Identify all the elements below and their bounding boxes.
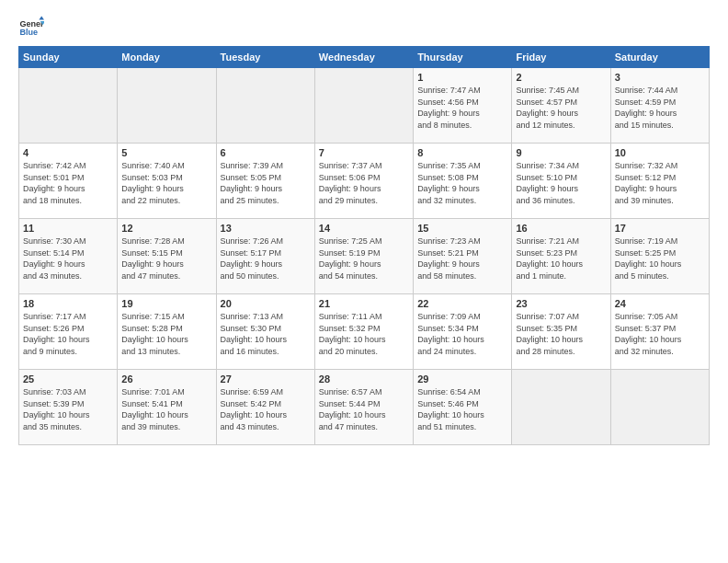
header-cell-friday: Friday — [512, 47, 610, 68]
day-cell: 28Sunrise: 6:57 AM Sunset: 5:44 PM Dayli… — [314, 370, 413, 445]
day-cell: 13Sunrise: 7:26 AM Sunset: 5:17 PM Dayli… — [216, 219, 314, 294]
header-cell-thursday: Thursday — [414, 47, 512, 68]
day-cell — [512, 370, 610, 445]
week-row-3: 11Sunrise: 7:30 AM Sunset: 5:14 PM Dayli… — [19, 219, 710, 294]
header-cell-monday: Monday — [118, 47, 216, 68]
day-info: Sunrise: 6:54 AM Sunset: 5:46 PM Dayligh… — [417, 386, 507, 432]
calendar-table: SundayMondayTuesdayWednesdayThursdayFrid… — [18, 46, 710, 445]
day-number: 19 — [121, 298, 211, 309]
day-number: 23 — [516, 298, 606, 309]
day-number: 11 — [23, 223, 113, 234]
day-number: 14 — [319, 223, 409, 234]
day-cell: 3Sunrise: 7:44 AM Sunset: 4:59 PM Daylig… — [610, 68, 709, 144]
day-cell: 2Sunrise: 7:45 AM Sunset: 4:57 PM Daylig… — [512, 68, 610, 144]
day-number: 6 — [221, 147, 311, 158]
day-info: Sunrise: 7:42 AM Sunset: 5:01 PM Dayligh… — [23, 160, 113, 206]
day-number: 8 — [417, 147, 507, 158]
day-info: Sunrise: 7:32 AM Sunset: 5:12 PM Dayligh… — [615, 160, 705, 206]
day-number: 24 — [615, 298, 705, 309]
day-cell: 14Sunrise: 7:25 AM Sunset: 5:19 PM Dayli… — [314, 219, 413, 294]
week-row-4: 18Sunrise: 7:17 AM Sunset: 5:26 PM Dayli… — [19, 294, 710, 370]
day-info: Sunrise: 7:34 AM Sunset: 5:10 PM Dayligh… — [516, 160, 606, 206]
day-cell: 9Sunrise: 7:34 AM Sunset: 5:10 PM Daylig… — [512, 144, 610, 219]
day-number: 29 — [417, 373, 507, 385]
header-cell-saturday: Saturday — [610, 47, 709, 68]
day-cell — [19, 68, 118, 144]
svg-text:Blue: Blue — [19, 28, 38, 37]
logo: General Blue — [18, 15, 48, 40]
calendar-header: SundayMondayTuesdayWednesdayThursdayFrid… — [19, 47, 710, 68]
day-number: 18 — [23, 298, 113, 309]
day-info: Sunrise: 7:09 AM Sunset: 5:34 PM Dayligh… — [417, 311, 507, 357]
day-cell: 16Sunrise: 7:21 AM Sunset: 5:23 PM Dayli… — [512, 219, 610, 294]
day-number: 17 — [615, 223, 705, 234]
day-info: Sunrise: 7:40 AM Sunset: 5:03 PM Dayligh… — [121, 160, 211, 206]
logo-icon: General Blue — [18, 15, 44, 40]
day-cell: 7Sunrise: 7:37 AM Sunset: 5:06 PM Daylig… — [314, 144, 413, 219]
day-number: 5 — [121, 147, 211, 158]
day-info: Sunrise: 7:47 AM Sunset: 4:56 PM Dayligh… — [417, 85, 507, 131]
day-cell: 12Sunrise: 7:28 AM Sunset: 5:15 PM Dayli… — [118, 219, 216, 294]
day-info: Sunrise: 7:44 AM Sunset: 4:59 PM Dayligh… — [615, 85, 705, 131]
day-cell: 27Sunrise: 6:59 AM Sunset: 5:42 PM Dayli… — [216, 370, 314, 445]
day-info: Sunrise: 7:15 AM Sunset: 5:28 PM Dayligh… — [121, 311, 211, 357]
page: General Blue SundayMondayTuesdayWednesda… — [0, 0, 728, 454]
day-cell: 11Sunrise: 7:30 AM Sunset: 5:14 PM Dayli… — [19, 219, 118, 294]
day-info: Sunrise: 7:23 AM Sunset: 5:21 PM Dayligh… — [417, 236, 507, 282]
calendar-body: 1Sunrise: 7:47 AM Sunset: 4:56 PM Daylig… — [19, 68, 710, 445]
day-number: 13 — [221, 223, 311, 234]
day-cell — [216, 68, 314, 144]
day-info: Sunrise: 7:30 AM Sunset: 5:14 PM Dayligh… — [23, 236, 113, 282]
day-info: Sunrise: 7:19 AM Sunset: 5:25 PM Dayligh… — [615, 236, 705, 282]
day-info: Sunrise: 7:07 AM Sunset: 5:35 PM Dayligh… — [516, 311, 606, 357]
day-info: Sunrise: 7:39 AM Sunset: 5:05 PM Dayligh… — [221, 160, 311, 206]
day-info: Sunrise: 7:03 AM Sunset: 5:39 PM Dayligh… — [23, 386, 113, 432]
day-number: 21 — [319, 298, 409, 309]
day-info: Sunrise: 7:13 AM Sunset: 5:30 PM Dayligh… — [221, 311, 311, 357]
day-info: Sunrise: 7:35 AM Sunset: 5:08 PM Dayligh… — [417, 160, 507, 206]
day-info: Sunrise: 7:17 AM Sunset: 5:26 PM Dayligh… — [23, 311, 113, 357]
day-info: Sunrise: 6:57 AM Sunset: 5:44 PM Dayligh… — [319, 386, 409, 432]
day-number: 4 — [23, 147, 113, 158]
day-info: Sunrise: 6:59 AM Sunset: 5:42 PM Dayligh… — [221, 386, 311, 432]
day-number: 1 — [417, 72, 507, 83]
day-cell: 10Sunrise: 7:32 AM Sunset: 5:12 PM Dayli… — [610, 144, 709, 219]
day-cell: 20Sunrise: 7:13 AM Sunset: 5:30 PM Dayli… — [216, 294, 314, 370]
day-number: 15 — [417, 223, 507, 234]
day-info: Sunrise: 7:28 AM Sunset: 5:15 PM Dayligh… — [121, 236, 211, 282]
day-info: Sunrise: 7:25 AM Sunset: 5:19 PM Dayligh… — [319, 236, 409, 282]
day-number: 22 — [417, 298, 507, 309]
day-cell: 18Sunrise: 7:17 AM Sunset: 5:26 PM Dayli… — [19, 294, 118, 370]
day-cell: 25Sunrise: 7:03 AM Sunset: 5:39 PM Dayli… — [19, 370, 118, 445]
day-cell: 17Sunrise: 7:19 AM Sunset: 5:25 PM Dayli… — [610, 219, 709, 294]
day-cell: 5Sunrise: 7:40 AM Sunset: 5:03 PM Daylig… — [118, 144, 216, 219]
day-info: Sunrise: 7:01 AM Sunset: 5:41 PM Dayligh… — [121, 386, 211, 432]
header-cell-tuesday: Tuesday — [216, 47, 314, 68]
day-number: 2 — [516, 72, 606, 83]
day-cell: 24Sunrise: 7:05 AM Sunset: 5:37 PM Dayli… — [610, 294, 709, 370]
day-number: 27 — [221, 373, 311, 385]
day-cell: 6Sunrise: 7:39 AM Sunset: 5:05 PM Daylig… — [216, 144, 314, 219]
day-number: 9 — [516, 147, 606, 158]
day-cell — [118, 68, 216, 144]
day-cell: 8Sunrise: 7:35 AM Sunset: 5:08 PM Daylig… — [414, 144, 512, 219]
header: General Blue — [18, 15, 710, 40]
day-info: Sunrise: 7:45 AM Sunset: 4:57 PM Dayligh… — [516, 85, 606, 131]
day-cell: 22Sunrise: 7:09 AM Sunset: 5:34 PM Dayli… — [414, 294, 512, 370]
week-row-5: 25Sunrise: 7:03 AM Sunset: 5:39 PM Dayli… — [19, 370, 710, 445]
day-cell: 23Sunrise: 7:07 AM Sunset: 5:35 PM Dayli… — [512, 294, 610, 370]
day-cell: 26Sunrise: 7:01 AM Sunset: 5:41 PM Dayli… — [118, 370, 216, 445]
day-number: 16 — [516, 223, 606, 234]
svg-text:General: General — [19, 19, 44, 29]
day-cell: 21Sunrise: 7:11 AM Sunset: 5:32 PM Dayli… — [314, 294, 413, 370]
day-info: Sunrise: 7:37 AM Sunset: 5:06 PM Dayligh… — [319, 160, 409, 206]
day-number: 3 — [615, 72, 705, 83]
day-number: 12 — [121, 223, 211, 234]
day-info: Sunrise: 7:05 AM Sunset: 5:37 PM Dayligh… — [615, 311, 705, 357]
svg-marker-2 — [39, 16, 44, 19]
day-number: 7 — [319, 147, 409, 158]
day-number: 20 — [221, 298, 311, 309]
day-cell — [314, 68, 413, 144]
header-row: SundayMondayTuesdayWednesdayThursdayFrid… — [19, 47, 710, 68]
day-cell: 15Sunrise: 7:23 AM Sunset: 5:21 PM Dayli… — [414, 219, 512, 294]
